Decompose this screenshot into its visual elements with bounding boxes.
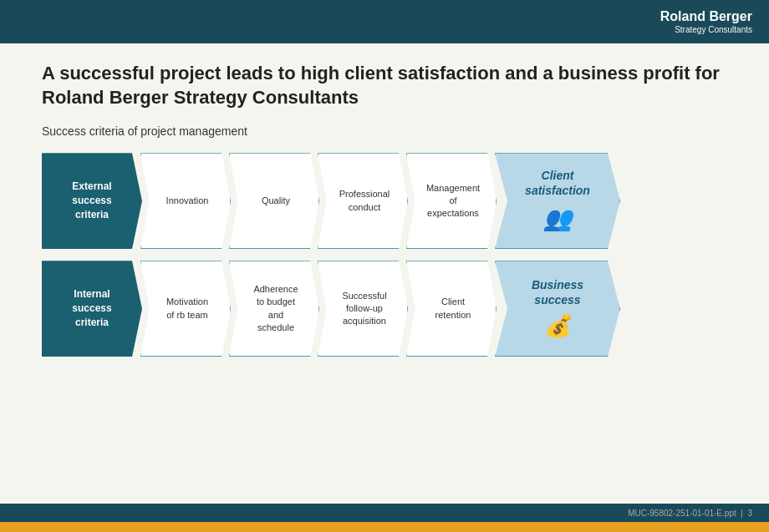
external-result: Clientsatisfaction 👥 [495, 153, 620, 249]
internal-result: Businesssuccess 💰 [495, 261, 620, 357]
internal-item-4: Clientretention [406, 261, 497, 357]
diagram: Externalsuccesscriteria Innovation Quali… [42, 153, 727, 357]
logo-line1: Roland Berger [660, 8, 752, 24]
external-item-4: Managementofexpectations [406, 153, 497, 249]
footer-bar: MUC-95802-251-01-01-E.ppt | 3 [0, 504, 769, 522]
footer: MUC-95802-251-01-01-E.ppt | 3 [0, 504, 769, 532]
internal-row: Internalsuccesscriteria Motivationof rb … [42, 261, 727, 357]
external-item-3: Professionalconduct [318, 153, 408, 249]
top-bar: Roland Berger Strategy Consultants [0, 0, 769, 43]
internal-result-label: Businesssuccess [532, 277, 583, 307]
logo-line2: Strategy Consultants [660, 25, 752, 35]
footer-orange-bar [0, 522, 769, 532]
external-row: Externalsuccesscriteria Innovation Quali… [42, 153, 727, 249]
page-title: A successful project leads to high clien… [42, 62, 727, 109]
external-item-1: Innovation [140, 153, 231, 249]
people-icon: 👥 [543, 204, 573, 234]
main-content: A successful project leads to high clien… [0, 43, 769, 365]
internal-label: Internalsuccesscriteria [42, 261, 142, 357]
internal-item-1: Motivationof rb team [140, 261, 231, 357]
external-item-2: Quality [229, 153, 319, 249]
internal-item-3: Successfulfollow-upacquisition [318, 261, 408, 357]
external-result-label: Clientsatisfaction [525, 168, 590, 198]
internal-item-2: Adherenceto budgetandschedule [229, 261, 319, 357]
money-bag-icon: 💰 [544, 312, 571, 341]
subtitle: Success criteria of project management [42, 124, 727, 138]
logo: Roland Berger Strategy Consultants [660, 8, 752, 34]
external-label: Externalsuccesscriteria [42, 153, 142, 249]
footer-filename: MUC-95802-251-01-01-E.ppt | 3 [628, 509, 752, 518]
